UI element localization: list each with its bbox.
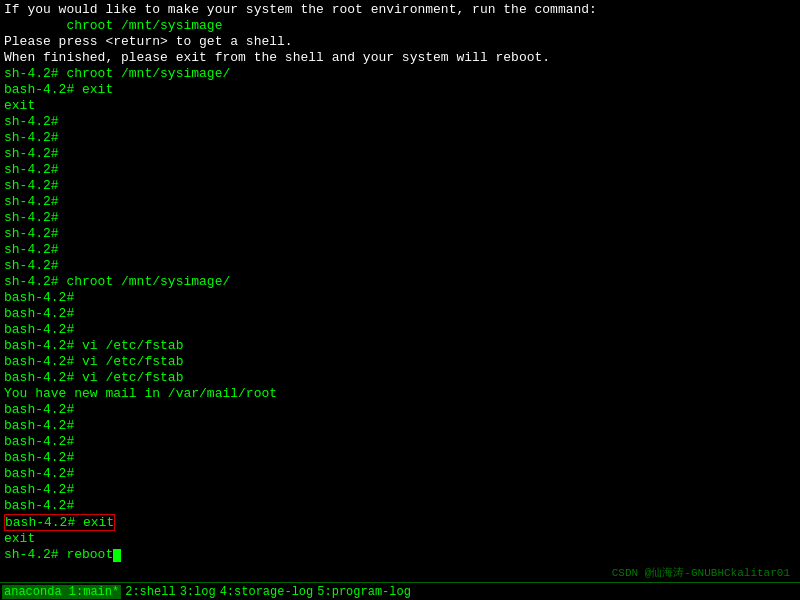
terminal-line: bash-4.2# exit bbox=[4, 514, 796, 532]
terminal-line: bash-4.2# bbox=[4, 418, 796, 434]
terminal-line: bash-4.2# bbox=[4, 402, 796, 418]
boxed-text: bash-4.2# exit bbox=[4, 514, 115, 532]
terminal-line: bash-4.2# bbox=[4, 466, 796, 482]
terminal-line: sh-4.2# bbox=[4, 258, 796, 274]
watermark: CSDN @仙海涛-GNUBHCkalitar01 bbox=[612, 565, 790, 580]
terminal-line: exit bbox=[4, 98, 796, 114]
terminal-line: bash-4.2# vi /etc/fstab bbox=[4, 338, 796, 354]
terminal-line: sh-4.2# bbox=[4, 242, 796, 258]
status-item[interactable]: 2:shell bbox=[125, 585, 175, 599]
terminal-line: bash-4.2# vi /etc/fstab bbox=[4, 370, 796, 386]
terminal-line: exit bbox=[4, 531, 796, 547]
terminal-line: If you would like to make your system th… bbox=[4, 2, 796, 18]
terminal-line: sh-4.2# bbox=[4, 114, 796, 130]
terminal-line: bash-4.2# bbox=[4, 450, 796, 466]
cursor bbox=[113, 549, 121, 562]
terminal-line: bash-4.2# bbox=[4, 434, 796, 450]
terminal-line: bash-4.2# bbox=[4, 306, 796, 322]
status-item[interactable]: anaconda 1:main* bbox=[2, 585, 121, 599]
status-item[interactable]: 5:program-log bbox=[317, 585, 411, 599]
terminal-line: bash-4.2# bbox=[4, 290, 796, 306]
terminal-line: sh-4.2# bbox=[4, 210, 796, 226]
terminal-line: sh-4.2# chroot /mnt/sysimage/ bbox=[4, 66, 796, 82]
terminal-line: bash-4.2# vi /etc/fstab bbox=[4, 354, 796, 370]
terminal-line: bash-4.2# bbox=[4, 322, 796, 338]
terminal-line: bash-4.2# bbox=[4, 498, 796, 514]
status-item[interactable]: 3:log bbox=[180, 585, 216, 599]
terminal-line: chroot /mnt/sysimage bbox=[4, 18, 796, 34]
status-bar: anaconda 1:main* 2:shell 3:log 4:storage… bbox=[0, 582, 800, 600]
terminal-line: Please press <return> to get a shell. bbox=[4, 34, 796, 50]
terminal-line: sh-4.2# bbox=[4, 146, 796, 162]
terminal-output: If you would like to make your system th… bbox=[0, 0, 800, 576]
terminal-line: sh-4.2# bbox=[4, 162, 796, 178]
terminal-line: sh-4.2# chroot /mnt/sysimage/ bbox=[4, 274, 796, 290]
terminal-line: sh-4.2# bbox=[4, 226, 796, 242]
terminal-line: sh-4.2# reboot bbox=[4, 547, 796, 563]
status-item[interactable]: 4:storage-log bbox=[220, 585, 314, 599]
terminal-line: You have new mail in /var/mail/root bbox=[4, 386, 796, 402]
terminal-line: bash-4.2# bbox=[4, 482, 796, 498]
terminal-line: bash-4.2# exit bbox=[4, 82, 796, 98]
terminal-line: When finished, please exit from the shel… bbox=[4, 50, 796, 66]
terminal-line: sh-4.2# bbox=[4, 178, 796, 194]
terminal-line: sh-4.2# bbox=[4, 130, 796, 146]
terminal-line: sh-4.2# bbox=[4, 194, 796, 210]
